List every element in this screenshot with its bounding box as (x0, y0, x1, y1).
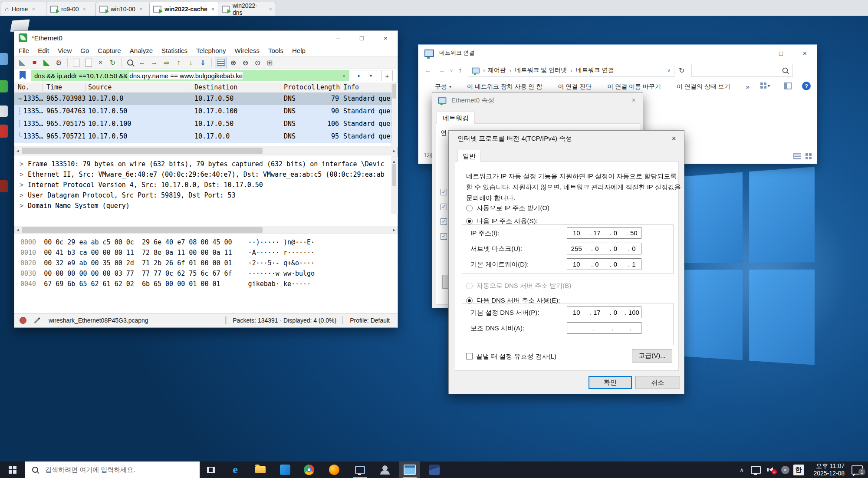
capture-status-icon[interactable] (20, 317, 26, 324)
next-packet-icon[interactable]: → (149, 57, 160, 68)
taskbar-app-network[interactable] (349, 462, 370, 478)
minimize-button[interactable]: – (326, 31, 350, 45)
close-file-icon[interactable]: × (95, 57, 106, 68)
protocol-checkbox[interactable]: ✓ (441, 189, 447, 195)
autoscroll-icon[interactable]: ⇓ (197, 57, 208, 68)
toolbar-overflow-icon[interactable]: » (746, 83, 750, 90)
find-packet-icon[interactable] (125, 57, 135, 68)
detail-line[interactable]: >User Datagram Protocol, Src Port: 59819… (14, 190, 392, 201)
scroll-right-icon[interactable]: ▸ (393, 146, 395, 155)
menu-statistics[interactable]: Statistics (157, 47, 192, 54)
preview-pane-icon[interactable] (784, 82, 792, 89)
col-destination[interactable]: Destination (194, 82, 237, 92)
capture-options-icon[interactable]: ⚙ (53, 57, 64, 68)
close-button[interactable]: × (374, 31, 398, 45)
hex-dump-pane[interactable]: 000000 0c 29 ea ab c5 00 0c 29 6e 40 e7 … (20, 237, 394, 290)
taskbar-app-chrome[interactable] (299, 462, 319, 478)
tray-network-icon[interactable] (748, 462, 763, 478)
desktop-icon-fragment[interactable] (0, 180, 8, 192)
radio-auto-ip[interactable] (466, 205, 473, 211)
minimize-button[interactable]: – (745, 45, 769, 61)
close-button[interactable]: × (671, 134, 676, 143)
task-view-button[interactable] (201, 462, 221, 478)
menu-capture[interactable]: Capture (93, 47, 125, 54)
icons-view-icon[interactable] (806, 153, 812, 159)
capture-file-name[interactable]: wireshark_Ethernet08P45G3.pcapng (49, 317, 148, 324)
view-status-button[interactable]: 이 연결의 상태 보기 (677, 83, 730, 91)
dialog-titlebar[interactable]: 인터넷 프로토콜 버전 4(TCP/IPv4) 속성 × (449, 131, 684, 146)
expander-icon[interactable]: > (20, 202, 23, 210)
dialog-titlebar[interactable]: Ethernet0 속성 × (432, 92, 643, 108)
filter-apply-icon[interactable]: ▸ (358, 73, 360, 79)
breadcrumb[interactable]: › 제어판 › 네트워크 및 인터넷 › 네트워크 연결 ∨ (468, 64, 674, 77)
open-file-icon[interactable] (71, 57, 82, 68)
protocol-checkbox[interactable]: ✓ (441, 204, 447, 210)
stop-capture-icon[interactable]: ■ (29, 57, 40, 68)
zoom-reset-icon[interactable]: ⊙ (252, 57, 263, 68)
packet-row[interactable]: → 1335… 965.703983 10.17.0.0 10.17.0.50 … (14, 92, 398, 105)
desktop-icon-fragment[interactable] (0, 105, 8, 117)
taskbar-app-edge[interactable]: e (225, 462, 246, 478)
col-time[interactable]: Time (46, 82, 62, 92)
address-dropdown-icon[interactable]: ∨ (667, 68, 671, 73)
crumb-control-panel[interactable]: 제어판 (488, 66, 506, 74)
start-capture-icon[interactable] (17, 57, 28, 68)
filter-apply-combo[interactable]: ▸ ▾ (353, 70, 377, 81)
col-length[interactable]: Length (316, 82, 340, 92)
ip-address-field[interactable]: 1017050 (567, 227, 641, 239)
scroll-left-icon[interactable]: ◂ (16, 226, 19, 233)
radio-auto-ip-label[interactable]: 자동으로 IP 주소 받기(O) (477, 204, 549, 212)
help-icon[interactable]: ? (802, 82, 811, 90)
col-info[interactable]: Info (343, 82, 359, 92)
tray-clock[interactable]: 오후 11:07 2025-12-08 (806, 462, 846, 478)
detail-line[interactable]: >Domain Name System (query) (14, 201, 392, 211)
scroll-left-icon[interactable]: ◂ (16, 146, 19, 155)
explorer-titlebar[interactable]: 네트워크 연결 – □ × (418, 45, 817, 61)
profile-status[interactable]: Profile: Default (350, 317, 390, 324)
rename-connection-button[interactable]: 이 연결 이름 바꾸기 (607, 83, 661, 91)
packet-row[interactable]: ┆ 1335… 965.704763 10.17.0.50 10.17.0.10… (14, 105, 398, 118)
last-packet-icon[interactable]: ↓ (185, 57, 196, 68)
close-tab-icon[interactable]: × (32, 6, 35, 12)
menu-help[interactable]: Help (288, 47, 310, 54)
radio-auto-dns[interactable] (466, 283, 473, 289)
tab-ro9-00[interactable]: ro9-00 × (46, 2, 100, 16)
reload-file-icon[interactable]: ↻ (107, 57, 118, 68)
tab-win2022-cache[interactable]: win2022-cache × (149, 2, 222, 16)
tray-ime[interactable]: 한 (792, 462, 806, 478)
radio-auto-dns-label[interactable]: 자동으로 DNS 서버 주소 받기(B) (477, 282, 571, 290)
refresh-icon[interactable]: ↻ (679, 66, 684, 75)
close-tab-icon[interactable]: × (139, 6, 143, 12)
expander-icon[interactable]: > (20, 191, 23, 199)
diagnose-connection-button[interactable]: 이 연결 진단 (558, 83, 592, 91)
validate-checkbox-label[interactable]: 끝낼 때 설정 유효성 검사(L) (476, 353, 556, 361)
menu-edit[interactable]: Edit (33, 47, 53, 54)
taskbar-app-remote[interactable] (375, 462, 395, 478)
protocol-checkbox[interactable]: ✓ (441, 218, 447, 225)
restart-capture-icon[interactable] (41, 57, 52, 68)
filter-bookmark-icon[interactable] (20, 71, 26, 79)
menu-wireless[interactable]: Wireless (230, 47, 264, 54)
maximize-button[interactable]: □ (769, 45, 793, 61)
close-tab-icon[interactable]: × (82, 6, 86, 12)
tab-general[interactable]: 일반 (457, 150, 481, 162)
menu-telephony[interactable]: Telephony (192, 47, 230, 54)
goto-packet-icon[interactable]: ⇒ (161, 57, 172, 68)
first-packet-icon[interactable]: ↑ (173, 57, 184, 68)
display-filter-input[interactable]: dns && ip.addr ==10.17.0.50 && dns.qry.n… (31, 70, 349, 81)
menu-analyze[interactable]: Analyze (125, 47, 157, 54)
details-view-icon[interactable] (793, 153, 801, 159)
ok-button[interactable]: 확인 (589, 376, 632, 389)
colorize-icon[interactable] (215, 57, 227, 68)
resize-columns-icon[interactable]: ⊞ (264, 57, 275, 68)
search-icon[interactable] (783, 68, 788, 73)
taskbar-app-file-explorer[interactable] (250, 462, 271, 478)
preferred-dns-field[interactable]: 10170100 (567, 307, 641, 318)
packet-row[interactable]: ┆ 1335… 965.705175 10.17.0.100 10.17.0.5… (14, 118, 398, 130)
maximize-button[interactable]: □ (350, 31, 374, 45)
radio-manual-ip[interactable] (466, 218, 473, 224)
close-tab-icon[interactable]: × (211, 6, 215, 12)
menu-tools[interactable]: Tools (264, 47, 288, 54)
detail-line[interactable]: >Frame 133510: 79 bytes on wire (632 bit… (14, 159, 392, 169)
col-no[interactable]: No. (18, 82, 30, 92)
